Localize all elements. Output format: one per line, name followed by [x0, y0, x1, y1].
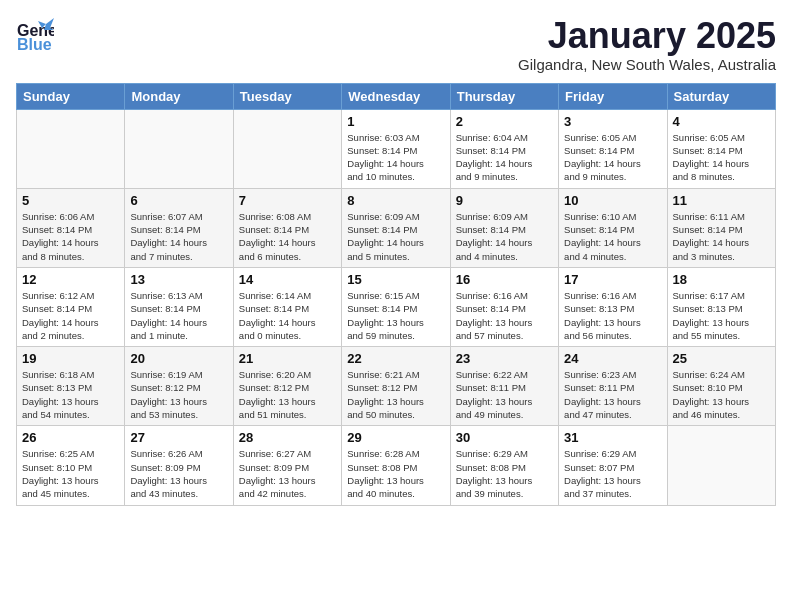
calendar-cell: 18Sunrise: 6:17 AM Sunset: 8:13 PM Dayli…	[667, 267, 775, 346]
day-info: Sunrise: 6:26 AM Sunset: 8:09 PM Dayligh…	[130, 447, 227, 500]
day-info: Sunrise: 6:29 AM Sunset: 8:07 PM Dayligh…	[564, 447, 661, 500]
calendar-week-row: 1Sunrise: 6:03 AM Sunset: 8:14 PM Daylig…	[17, 109, 776, 188]
day-number: 2	[456, 114, 553, 129]
day-number: 21	[239, 351, 336, 366]
day-number: 16	[456, 272, 553, 287]
day-info: Sunrise: 6:28 AM Sunset: 8:08 PM Dayligh…	[347, 447, 444, 500]
day-info: Sunrise: 6:15 AM Sunset: 8:14 PM Dayligh…	[347, 289, 444, 342]
day-number: 6	[130, 193, 227, 208]
day-info: Sunrise: 6:29 AM Sunset: 8:08 PM Dayligh…	[456, 447, 553, 500]
svg-text:Blue: Blue	[17, 36, 52, 53]
day-info: Sunrise: 6:05 AM Sunset: 8:14 PM Dayligh…	[564, 131, 661, 184]
day-number: 13	[130, 272, 227, 287]
day-number: 22	[347, 351, 444, 366]
calendar-cell: 15Sunrise: 6:15 AM Sunset: 8:14 PM Dayli…	[342, 267, 450, 346]
weekday-header-tuesday: Tuesday	[233, 83, 341, 109]
calendar-cell	[667, 426, 775, 505]
calendar-cell: 12Sunrise: 6:12 AM Sunset: 8:14 PM Dayli…	[17, 267, 125, 346]
calendar-cell: 22Sunrise: 6:21 AM Sunset: 8:12 PM Dayli…	[342, 347, 450, 426]
calendar-cell: 25Sunrise: 6:24 AM Sunset: 8:10 PM Dayli…	[667, 347, 775, 426]
day-number: 29	[347, 430, 444, 445]
location-title: Gilgandra, New South Wales, Australia	[518, 56, 776, 73]
calendar-cell: 30Sunrise: 6:29 AM Sunset: 8:08 PM Dayli…	[450, 426, 558, 505]
day-number: 9	[456, 193, 553, 208]
day-info: Sunrise: 6:07 AM Sunset: 8:14 PM Dayligh…	[130, 210, 227, 263]
day-info: Sunrise: 6:06 AM Sunset: 8:14 PM Dayligh…	[22, 210, 119, 263]
day-number: 14	[239, 272, 336, 287]
calendar-week-row: 19Sunrise: 6:18 AM Sunset: 8:13 PM Dayli…	[17, 347, 776, 426]
day-number: 18	[673, 272, 770, 287]
weekday-header-monday: Monday	[125, 83, 233, 109]
weekday-header-friday: Friday	[559, 83, 667, 109]
calendar-cell: 6Sunrise: 6:07 AM Sunset: 8:14 PM Daylig…	[125, 188, 233, 267]
calendar-cell: 27Sunrise: 6:26 AM Sunset: 8:09 PM Dayli…	[125, 426, 233, 505]
day-number: 28	[239, 430, 336, 445]
calendar-cell: 28Sunrise: 6:27 AM Sunset: 8:09 PM Dayli…	[233, 426, 341, 505]
calendar-cell: 14Sunrise: 6:14 AM Sunset: 8:14 PM Dayli…	[233, 267, 341, 346]
calendar-week-row: 26Sunrise: 6:25 AM Sunset: 8:10 PM Dayli…	[17, 426, 776, 505]
calendar-cell: 26Sunrise: 6:25 AM Sunset: 8:10 PM Dayli…	[17, 426, 125, 505]
month-title: January 2025	[518, 16, 776, 56]
calendar-cell	[17, 109, 125, 188]
day-number: 12	[22, 272, 119, 287]
calendar-cell: 10Sunrise: 6:10 AM Sunset: 8:14 PM Dayli…	[559, 188, 667, 267]
calendar-cell: 21Sunrise: 6:20 AM Sunset: 8:12 PM Dayli…	[233, 347, 341, 426]
day-info: Sunrise: 6:16 AM Sunset: 8:13 PM Dayligh…	[564, 289, 661, 342]
day-number: 26	[22, 430, 119, 445]
calendar-cell: 1Sunrise: 6:03 AM Sunset: 8:14 PM Daylig…	[342, 109, 450, 188]
day-info: Sunrise: 6:05 AM Sunset: 8:14 PM Dayligh…	[673, 131, 770, 184]
day-info: Sunrise: 6:14 AM Sunset: 8:14 PM Dayligh…	[239, 289, 336, 342]
page-header: General Blue January 2025 Gilgandra, New…	[16, 16, 776, 73]
day-number: 24	[564, 351, 661, 366]
day-number: 10	[564, 193, 661, 208]
day-info: Sunrise: 6:08 AM Sunset: 8:14 PM Dayligh…	[239, 210, 336, 263]
weekday-header-row: SundayMondayTuesdayWednesdayThursdayFrid…	[17, 83, 776, 109]
calendar-cell	[125, 109, 233, 188]
day-number: 27	[130, 430, 227, 445]
calendar-cell: 29Sunrise: 6:28 AM Sunset: 8:08 PM Dayli…	[342, 426, 450, 505]
day-number: 11	[673, 193, 770, 208]
day-number: 1	[347, 114, 444, 129]
day-info: Sunrise: 6:13 AM Sunset: 8:14 PM Dayligh…	[130, 289, 227, 342]
calendar-cell: 31Sunrise: 6:29 AM Sunset: 8:07 PM Dayli…	[559, 426, 667, 505]
day-info: Sunrise: 6:21 AM Sunset: 8:12 PM Dayligh…	[347, 368, 444, 421]
calendar-cell: 2Sunrise: 6:04 AM Sunset: 8:14 PM Daylig…	[450, 109, 558, 188]
calendar-cell: 17Sunrise: 6:16 AM Sunset: 8:13 PM Dayli…	[559, 267, 667, 346]
calendar-cell: 9Sunrise: 6:09 AM Sunset: 8:14 PM Daylig…	[450, 188, 558, 267]
calendar-week-row: 5Sunrise: 6:06 AM Sunset: 8:14 PM Daylig…	[17, 188, 776, 267]
day-info: Sunrise: 6:20 AM Sunset: 8:12 PM Dayligh…	[239, 368, 336, 421]
day-info: Sunrise: 6:04 AM Sunset: 8:14 PM Dayligh…	[456, 131, 553, 184]
calendar-table: SundayMondayTuesdayWednesdayThursdayFrid…	[16, 83, 776, 506]
calendar-cell	[233, 109, 341, 188]
calendar-cell: 19Sunrise: 6:18 AM Sunset: 8:13 PM Dayli…	[17, 347, 125, 426]
calendar-cell: 4Sunrise: 6:05 AM Sunset: 8:14 PM Daylig…	[667, 109, 775, 188]
day-info: Sunrise: 6:27 AM Sunset: 8:09 PM Dayligh…	[239, 447, 336, 500]
day-number: 15	[347, 272, 444, 287]
day-number: 8	[347, 193, 444, 208]
calendar-cell: 20Sunrise: 6:19 AM Sunset: 8:12 PM Dayli…	[125, 347, 233, 426]
logo: General Blue	[16, 16, 54, 58]
day-info: Sunrise: 6:22 AM Sunset: 8:11 PM Dayligh…	[456, 368, 553, 421]
day-info: Sunrise: 6:25 AM Sunset: 8:10 PM Dayligh…	[22, 447, 119, 500]
weekday-header-sunday: Sunday	[17, 83, 125, 109]
day-number: 20	[130, 351, 227, 366]
day-info: Sunrise: 6:19 AM Sunset: 8:12 PM Dayligh…	[130, 368, 227, 421]
day-number: 30	[456, 430, 553, 445]
day-number: 7	[239, 193, 336, 208]
day-info: Sunrise: 6:03 AM Sunset: 8:14 PM Dayligh…	[347, 131, 444, 184]
day-info: Sunrise: 6:23 AM Sunset: 8:11 PM Dayligh…	[564, 368, 661, 421]
day-number: 31	[564, 430, 661, 445]
day-info: Sunrise: 6:09 AM Sunset: 8:14 PM Dayligh…	[347, 210, 444, 263]
day-info: Sunrise: 6:10 AM Sunset: 8:14 PM Dayligh…	[564, 210, 661, 263]
weekday-header-saturday: Saturday	[667, 83, 775, 109]
calendar-cell: 16Sunrise: 6:16 AM Sunset: 8:14 PM Dayli…	[450, 267, 558, 346]
day-number: 19	[22, 351, 119, 366]
calendar-cell: 13Sunrise: 6:13 AM Sunset: 8:14 PM Dayli…	[125, 267, 233, 346]
weekday-header-thursday: Thursday	[450, 83, 558, 109]
day-number: 3	[564, 114, 661, 129]
day-info: Sunrise: 6:12 AM Sunset: 8:14 PM Dayligh…	[22, 289, 119, 342]
calendar-cell: 11Sunrise: 6:11 AM Sunset: 8:14 PM Dayli…	[667, 188, 775, 267]
title-block: January 2025 Gilgandra, New South Wales,…	[518, 16, 776, 73]
calendar-cell: 3Sunrise: 6:05 AM Sunset: 8:14 PM Daylig…	[559, 109, 667, 188]
day-number: 5	[22, 193, 119, 208]
